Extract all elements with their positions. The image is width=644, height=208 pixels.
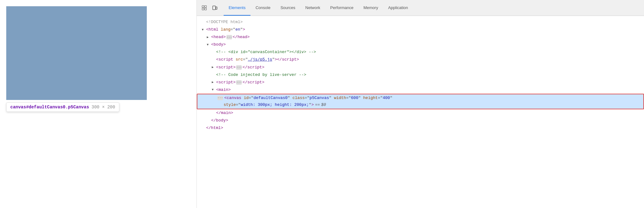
dom-tree[interactable]: <!DOCTYPE html> ▼ <html lang="en" > ▶ <h…: [197, 16, 644, 208]
tab-console[interactable]: Console: [250, 0, 275, 16]
tab-network[interactable]: Network: [300, 0, 325, 16]
devtools-toolbar: Elements Console Sources Network Perform…: [197, 0, 644, 16]
element-dimensions: 300 × 200: [92, 105, 115, 110]
triangle-script1[interactable]: ▶: [212, 65, 216, 70]
tab-application[interactable]: Application: [383, 0, 413, 16]
dom-line-doctype[interactable]: <!DOCTYPE html>: [197, 18, 644, 26]
script-src-link[interactable]: ./js/p5.js: [248, 56, 272, 63]
inspect-element-icon[interactable]: [199, 3, 209, 13]
dom-line-canvas[interactable]: ··· <canvas id="defaultCanvas0" class="p…: [197, 94, 644, 109]
triangle-head[interactable]: ▶: [207, 35, 211, 40]
triangle-main[interactable]: ▼: [212, 87, 216, 92]
triangle-html[interactable]: ▼: [202, 27, 206, 32]
head-ellipsis[interactable]: ···: [226, 35, 232, 39]
svg-rect-3: [205, 8, 206, 10]
tab-performance[interactable]: Performance: [325, 0, 358, 16]
dom-line-body-close[interactable]: </body>: [197, 117, 644, 124]
canvas-dots[interactable]: ···: [217, 96, 223, 100]
device-toolbar-icon[interactable]: [210, 3, 220, 13]
dom-line-body[interactable]: ▼ <body>: [197, 41, 644, 48]
element-selector: canvas#defaultCanvas0.p5Canvas: [10, 105, 89, 110]
dom-line-comment2[interactable]: <!-- Code injected by live-server -->: [197, 71, 644, 79]
dom-line-main[interactable]: ▼ <main>: [197, 86, 644, 94]
dom-line-html-close[interactable]: </html>: [197, 124, 644, 132]
triangle-placeholder: [202, 20, 206, 25]
triangle-body[interactable]: ▼: [207, 42, 211, 47]
dom-line-script-src[interactable]: <script src="./js/p5.js" ></script>: [197, 56, 644, 63]
triangle-placeholder2: [212, 50, 216, 55]
triangle-placeholder6: [207, 118, 211, 123]
dom-line-script1[interactable]: ▶ <script> ··· </script>: [197, 64, 644, 71]
element-tooltip: canvas#defaultCanvas0.p5Canvas 300 × 200: [6, 102, 119, 112]
tab-memory[interactable]: Memory: [359, 0, 383, 16]
tab-sources[interactable]: Sources: [275, 0, 300, 16]
svg-rect-5: [216, 7, 217, 9]
canvas-line2: style="width: 300px; height: 200px;" > =…: [217, 102, 326, 108]
dollar-zero: $0: [321, 102, 326, 108]
tab-elements[interactable]: Elements: [224, 0, 250, 16]
triangle-placeholder7: [202, 126, 206, 131]
dom-line-comment1[interactable]: <!-- <div id="canvasContainer"></div> --…: [197, 48, 644, 56]
triangle-placeholder5: [212, 111, 216, 116]
svg-rect-4: [213, 6, 215, 10]
dom-line-script2[interactable]: ▶ <script> ··· </script>: [197, 79, 644, 86]
triangle-placeholder4: [212, 72, 216, 77]
browser-viewport: canvas#defaultCanvas0.p5Canvas 300 × 200: [0, 0, 197, 208]
equals-sign: ==: [315, 102, 320, 108]
toolbar-icons: [199, 3, 220, 13]
svg-rect-1: [205, 6, 206, 7]
devtools-panel: Elements Console Sources Network Perform…: [197, 0, 644, 208]
triangle-script2[interactable]: ▶: [212, 80, 216, 85]
canvas-element: [6, 6, 147, 100]
svg-rect-0: [202, 6, 204, 7]
canvas-line1: ··· <canvas id="defaultCanvas0" class="p…: [217, 95, 392, 102]
dom-line-head[interactable]: ▶ <head> ··· </head>: [197, 33, 644, 41]
triangle-placeholder3: [212, 57, 216, 62]
dom-line-html[interactable]: ▼ <html lang="en" >: [197, 26, 644, 33]
script2-ellipsis[interactable]: ···: [236, 80, 242, 85]
dom-line-main-close[interactable]: </main>: [197, 109, 644, 117]
script1-ellipsis[interactable]: ···: [236, 65, 242, 70]
svg-rect-2: [202, 8, 204, 10]
devtools-tabs: Elements Console Sources Network Perform…: [224, 0, 413, 16]
